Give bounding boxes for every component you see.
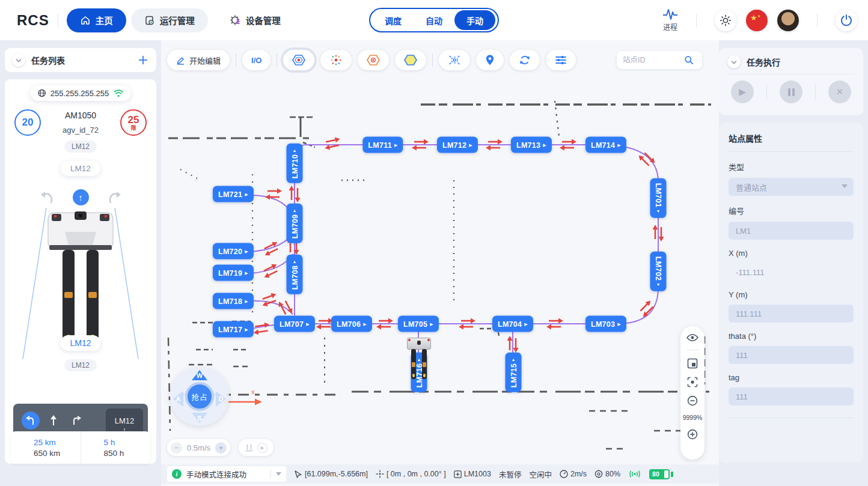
field-select-0[interactable]: 普通站点 [729, 178, 854, 196]
station-LM719[interactable]: LM719▶ [213, 265, 254, 281]
battery-indicator: 80 [649, 469, 670, 479]
info-icon: i [172, 469, 182, 479]
power-button[interactable] [836, 10, 857, 31]
theme-toggle-button[interactable] [715, 10, 736, 31]
fork-play-icon: ▶ [257, 443, 267, 453]
station-LM711[interactable]: LM711▶ [362, 137, 403, 153]
collapse-tasklist-button[interactable] [12, 53, 25, 67]
speed-decrease-button[interactable]: − [171, 442, 182, 454]
station-LM718[interactable]: LM718▶ [213, 293, 254, 309]
network-icon [38, 89, 46, 97]
station-LM715[interactable]: ▲LM715 [506, 353, 522, 392]
user-avatar[interactable] [777, 10, 799, 31]
map-canvas[interactable]: LM711▶LM712▶LM713▶LM714▶▲LM710LM721▶▲LM7… [161, 40, 719, 486]
nav-devices[interactable]: 设备管理 [216, 8, 294, 32]
layer-pointcloud-button[interactable] [320, 50, 352, 70]
status-message-select[interactable]: i 手动模式连接成功 [167, 466, 286, 482]
mode-auto[interactable]: 自动 [414, 10, 454, 30]
speed-increase-button[interactable]: + [215, 442, 227, 454]
station-LM721[interactable]: LM721▶ [213, 186, 254, 202]
station-search-input[interactable] [623, 56, 680, 64]
station-LM717[interactable]: LM717▶ [213, 321, 254, 338]
locate-button[interactable] [476, 50, 504, 70]
field-input-1[interactable]: LM1 [729, 222, 854, 240]
header-actions: 进程 ★★ [662, 0, 857, 40]
station-LM706[interactable]: LM706▶ [331, 316, 372, 332]
zoom-in-button[interactable] [687, 429, 698, 440]
map-status-bar: i 手动模式连接成功 [61.099m,-5.656m] [ 0m , 0m ,… [161, 464, 719, 484]
field-label-4: thata (°) [729, 332, 854, 341]
io-button[interactable]: I/O [242, 50, 270, 70]
center-view-button[interactable] [687, 377, 698, 387]
task-pause-button[interactable] [780, 80, 802, 103]
divider [58, 14, 58, 27]
station-LM705[interactable]: LM705▶ [398, 316, 439, 332]
radar-icon [448, 54, 461, 66]
rear-station-pill: LM12 [64, 359, 97, 371]
station-LM702[interactable]: LM702▼ [650, 252, 667, 291]
hexagon-filled-icon [404, 54, 417, 66]
field-label-3: Y (m) [729, 290, 854, 299]
front-station-pill: LM12 [60, 335, 100, 351]
station-LM720[interactable]: LM720▶ [213, 243, 254, 260]
filter-button[interactable] [546, 50, 576, 70]
visibility-button[interactable] [686, 333, 698, 342]
hint-straight-icon [44, 412, 63, 430]
agv-ip-pill[interactable]: 255.255.255.255 [31, 85, 131, 101]
station-LM704[interactable]: LM704▶ [492, 316, 533, 332]
station-LM713[interactable]: LM713▶ [511, 137, 552, 153]
left-sidebar: 任务列表 255.255.255.255 20 25 限 AM1050 agv_… [5, 48, 156, 464]
station-LM707[interactable]: LM707▶ [274, 316, 315, 332]
nav-home[interactable]: 主页 [67, 8, 126, 32]
top-header: RCS 主页 运行管理 设备管理 调度 自动 手动 [0, 0, 868, 40]
layer-area-button[interactable] [395, 50, 426, 70]
mode-dispatch[interactable]: 调度 [373, 10, 414, 30]
station-LM701[interactable]: LM701▼ [650, 178, 667, 218]
field-label-2: X (m) [729, 249, 854, 258]
field-input-4[interactable]: 111 [729, 346, 854, 364]
task-play-button[interactable]: ▶ [731, 80, 754, 103]
turn-left-control[interactable] [39, 191, 55, 204]
field-input-2: -111.111 [729, 263, 854, 281]
station-LM709[interactable]: ▲LM709 [287, 204, 303, 243]
fork-action-button[interactable]: ▶ [239, 439, 274, 456]
pause-state: 未暂停 [499, 469, 522, 480]
station-LM712[interactable]: LM712▶ [437, 137, 478, 153]
lidar-button[interactable] [439, 50, 470, 70]
x-axis-label: x [251, 388, 255, 395]
language-flag-button[interactable]: ★★ [746, 10, 768, 31]
agv-id: agv_id_72 [5, 126, 156, 135]
caret-down-icon [842, 184, 848, 188]
process-button[interactable]: 进程 [662, 8, 678, 32]
station-LM708[interactable]: ▲LM708 [287, 255, 303, 294]
layer-zones-button[interactable] [358, 50, 389, 70]
home-icon [80, 15, 91, 26]
turn-right-control[interactable] [107, 191, 123, 204]
crosshair-icon [376, 470, 384, 478]
task-list-title: 任务列表 [31, 54, 131, 66]
task-cancel-button[interactable]: ✕ [828, 80, 851, 103]
nav-operation[interactable]: 运行管理 [131, 8, 208, 32]
mileage-stat: 25 km 650 km [11, 431, 81, 464]
seize-control-button[interactable]: 抢占 [185, 382, 214, 411]
field-input-3[interactable]: 111.111 [729, 305, 854, 323]
sliders-icon [555, 55, 567, 65]
station-LM703[interactable]: LM703▶ [585, 316, 626, 332]
field-input-5[interactable]: 111 [729, 387, 854, 406]
zoom-out-button[interactable] [687, 395, 698, 406]
refresh-button[interactable] [510, 50, 540, 70]
divider [696, 14, 697, 27]
mode-manual[interactable]: 手动 [454, 10, 495, 30]
layer-stations-button[interactable] [283, 50, 314, 70]
manual-speed-value: 0.5m/s [187, 443, 210, 452]
collapse-task-exec-button[interactable] [727, 55, 741, 68]
start-edit-button[interactable]: 开始编辑 [167, 50, 230, 70]
minimap-button[interactable] [687, 358, 698, 369]
search-icon[interactable] [684, 55, 694, 65]
station-LM710[interactable]: ▲LM710 [287, 144, 303, 183]
station-LM714[interactable]: LM714▶ [585, 137, 626, 153]
agv-map-marker[interactable] [407, 338, 431, 381]
add-task-button[interactable] [137, 54, 149, 66]
forward-control[interactable]: ↑ [73, 189, 89, 205]
refresh-icon [519, 54, 531, 66]
